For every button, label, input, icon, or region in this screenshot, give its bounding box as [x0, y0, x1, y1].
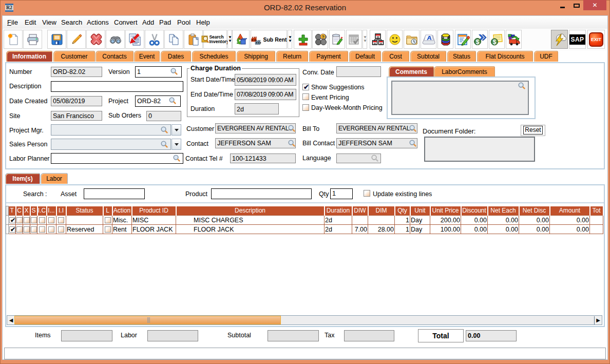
svg-text:$: $ [475, 38, 479, 45]
svg-text:?: ? [321, 34, 325, 39]
svg-text:$: $ [492, 39, 496, 46]
